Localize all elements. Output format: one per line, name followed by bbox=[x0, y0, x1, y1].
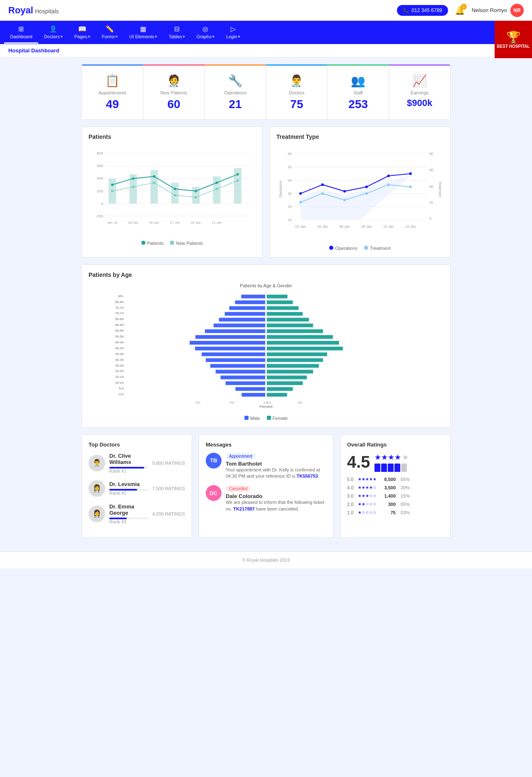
rating-pct-2: 05% bbox=[398, 502, 410, 507]
nav-tables[interactable]: ⊟ Tables ▾ bbox=[163, 22, 191, 44]
age-chart-card: Patients by Age Patients by Age & Gender… bbox=[81, 264, 451, 428]
svg-text:60-64: 60-64 bbox=[115, 323, 124, 327]
nav-pages[interactable]: 📖 Pages ▾ bbox=[69, 22, 96, 44]
rating-row-5: 5.0 ★★★★★ 8,500 65% bbox=[347, 477, 443, 482]
rating-pct-5: 65% bbox=[398, 477, 410, 482]
message-avatar-1: TB bbox=[206, 453, 222, 469]
new-patients-legend-item: New Patients bbox=[170, 241, 203, 246]
svg-text:06 Jan: 06 Jan bbox=[339, 224, 350, 229]
new-patients-label: New Patients bbox=[148, 90, 200, 95]
svg-point-29 bbox=[174, 194, 176, 197]
svg-rect-132 bbox=[267, 393, 287, 397]
footer: © Royal Hospitals 2019 bbox=[0, 551, 532, 568]
svg-rect-103 bbox=[205, 329, 265, 333]
svg-rect-124 bbox=[267, 347, 343, 350]
rating-label-3: 3.0 bbox=[347, 493, 355, 498]
graphs-icon: ◎ bbox=[202, 25, 208, 33]
earnings-icon: 📈 bbox=[394, 74, 445, 88]
nav-graphs[interactable]: ◎ Graphs ▾ bbox=[191, 22, 220, 44]
svg-rect-125 bbox=[267, 353, 327, 356]
svg-text:3%: 3% bbox=[229, 401, 234, 405]
nav-tables-label: Tables bbox=[169, 34, 182, 39]
breadcrumb: Hospital Dashboard bbox=[0, 44, 532, 57]
new-patients-value: 60 bbox=[148, 98, 200, 111]
doctor-avatar-1: 👨‍⚕️ bbox=[89, 455, 105, 471]
nav-ui-elements[interactable]: ▦ UI Elements ▾ bbox=[123, 22, 163, 44]
age-chart-title: Patients by Age bbox=[89, 271, 443, 278]
doctors-value: 75 bbox=[271, 98, 322, 111]
svg-text:600: 600 bbox=[97, 164, 103, 168]
svg-text:Operations: Operations bbox=[278, 180, 283, 197]
message-name-1: Tom Bartholet bbox=[226, 461, 326, 467]
svg-point-70 bbox=[409, 185, 411, 188]
operations-value: 21 bbox=[210, 98, 261, 111]
svg-rect-110 bbox=[216, 370, 265, 373]
phone-button[interactable]: 📞 012 345 6789 bbox=[397, 5, 448, 16]
doctor-item-3: 👩‍⚕️ Dr. Emma George Rank #3 4,200 RATIN… bbox=[89, 503, 185, 524]
appointments-icon: 📋 bbox=[87, 74, 138, 88]
rating-pct-1: 03% bbox=[398, 510, 410, 515]
ratings-card: Overall Ratings 4.5 ★★★★★ bbox=[340, 434, 451, 538]
svg-rect-118 bbox=[267, 312, 303, 316]
best-hospital-label: BEST HOSPITAL bbox=[497, 44, 530, 49]
svg-point-60 bbox=[321, 183, 324, 186]
logo-royal: Royal bbox=[8, 5, 33, 16]
nav-forms-label: Forms bbox=[102, 34, 115, 39]
staff-icon: 👥 bbox=[332, 74, 384, 88]
svg-text:80: 80 bbox=[429, 152, 433, 156]
forms-icon: ✏️ bbox=[106, 25, 114, 33]
nav-doctors[interactable]: 👤 Doctors ▾ bbox=[38, 22, 69, 44]
svg-point-65 bbox=[299, 201, 302, 203]
doctor-ratings-2: 7,500 RATINGS bbox=[152, 486, 185, 491]
svg-text:0: 0 bbox=[101, 202, 103, 206]
svg-rect-97 bbox=[241, 294, 265, 298]
svg-point-62 bbox=[365, 185, 368, 188]
pages-icon: 📖 bbox=[78, 25, 86, 33]
svg-text:04 Jan: 04 Jan bbox=[317, 224, 328, 229]
nav-dashboard[interactable]: ⊞ Dashboard bbox=[4, 22, 38, 44]
header: Royal Hospitals 📞 012 345 6789 🔔 1 Nelso… bbox=[0, 0, 532, 21]
svg-text:02 Jan: 02 Jan bbox=[295, 224, 306, 229]
operations-icon: 🔧 bbox=[210, 74, 261, 88]
rating-label-2: 2.0 bbox=[347, 502, 355, 507]
svg-rect-15 bbox=[171, 183, 179, 203]
chevron-down-icon: ▾ bbox=[116, 35, 118, 39]
svg-point-31 bbox=[216, 188, 218, 190]
ui-elements-icon: ▦ bbox=[140, 25, 146, 33]
svg-text:75-79: 75-79 bbox=[115, 306, 124, 309]
svg-point-20 bbox=[132, 177, 135, 180]
message-name-2: Dale Colorado bbox=[226, 493, 326, 499]
svg-text:30: 30 bbox=[288, 192, 292, 196]
rating-row-4: 4.0 ★★★★☆ 3,500 20% bbox=[347, 485, 443, 490]
svg-rect-107 bbox=[202, 353, 265, 356]
svg-point-61 bbox=[343, 190, 346, 192]
patients-chart-svg: 800 600 400 200 0 -200 bbox=[89, 145, 256, 237]
svg-point-23 bbox=[195, 190, 197, 192]
nav-login[interactable]: ▷ Login ▾ bbox=[220, 22, 246, 44]
svg-rect-127 bbox=[267, 364, 319, 368]
user-info: Nelson Romyo NR bbox=[472, 4, 524, 17]
earnings-label: Earnings bbox=[394, 90, 445, 95]
messages-card: Messages TB Appointment Tom Bartholet Yo… bbox=[199, 434, 333, 538]
user-name: Nelson Romyo bbox=[472, 7, 507, 13]
rating-count-1: 75 bbox=[379, 510, 396, 515]
male-legend-item: Male bbox=[244, 416, 260, 421]
svg-text:200: 200 bbox=[97, 189, 103, 193]
svg-text:20-24: 20-24 bbox=[115, 369, 124, 373]
message-item-2: DC Cancelled Dale Colorado We are please… bbox=[206, 485, 326, 512]
svg-point-63 bbox=[387, 175, 390, 177]
svg-rect-117 bbox=[267, 306, 298, 310]
svg-text:Jan '18: Jan '18 bbox=[107, 221, 118, 224]
svg-rect-119 bbox=[267, 318, 309, 321]
treatment-chart-svg: 60 50 40 30 20 10 Operations 80 60 40 20… bbox=[276, 145, 443, 242]
svg-text:800: 800 bbox=[97, 151, 103, 155]
notifications-bell[interactable]: 🔔 1 bbox=[455, 5, 465, 15]
logo: Royal Hospitals bbox=[8, 5, 59, 16]
svg-text:60: 60 bbox=[288, 152, 292, 156]
message-badge-1: Appointment bbox=[226, 453, 256, 459]
doctors-stat-icon: 👨‍⚕️ bbox=[271, 74, 322, 88]
phone-number: 012 345 6789 bbox=[411, 7, 442, 13]
svg-text:50: 50 bbox=[288, 165, 292, 169]
nav-forms[interactable]: ✏️ Forms ▾ bbox=[96, 22, 123, 44]
svg-rect-122 bbox=[267, 335, 333, 339]
